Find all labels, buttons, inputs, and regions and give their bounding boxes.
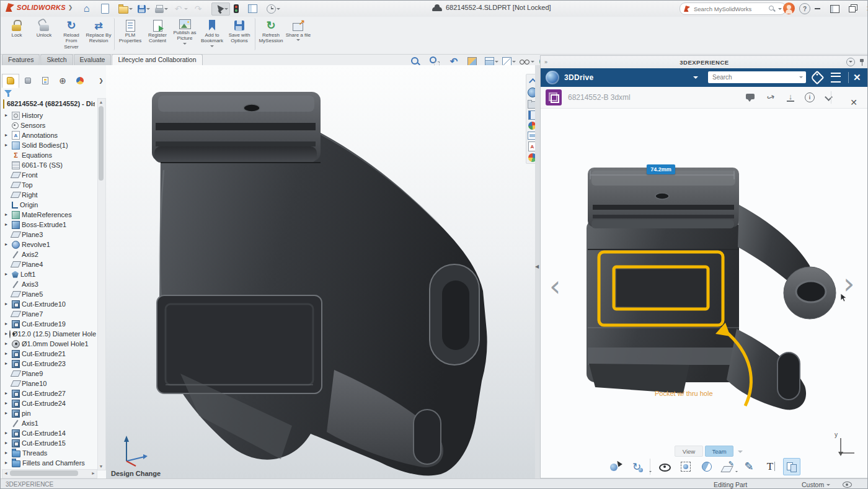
3dexperience-globe-icon[interactable] bbox=[546, 71, 559, 84]
menu-expand-icon[interactable]: ❯ bbox=[68, 4, 73, 11]
3d-part-model[interactable] bbox=[106, 65, 535, 478]
play-tool-button[interactable] bbox=[720, 459, 736, 475]
tree-filter[interactable] bbox=[4, 89, 13, 98]
ribbon-button[interactable]: Publish as Picture bbox=[171, 18, 198, 48]
tree-item[interactable]: Cut-Extrude10 bbox=[2, 299, 96, 309]
scroll-down-icon[interactable] bbox=[98, 463, 104, 470]
panel-pin-icon[interactable] bbox=[858, 58, 866, 66]
dropdown-caret-icon[interactable] bbox=[210, 45, 214, 49]
quick-tool-button[interactable] bbox=[232, 4, 244, 14]
panel-splitter[interactable] bbox=[535, 65, 540, 478]
tree-item[interactable]: Plane7 bbox=[2, 309, 96, 319]
dropdown-caret-icon[interactable] bbox=[649, 471, 652, 473]
ribbon-button[interactable]: Save with Options bbox=[226, 18, 255, 50]
tree-item[interactable]: Ø1.0mm Dowel Hole1 bbox=[2, 339, 96, 349]
expand-arrow-icon[interactable] bbox=[5, 133, 10, 138]
tree-item[interactable]: Cut-Extrude24 bbox=[2, 398, 96, 408]
app-switch-caret-icon[interactable] bbox=[693, 76, 698, 81]
configuration-selector[interactable]: Custom bbox=[802, 481, 830, 488]
tree-item[interactable]: Plane9 bbox=[2, 369, 96, 379]
mysolidworks-search[interactable] bbox=[680, 2, 786, 15]
play-tool-button[interactable] bbox=[608, 459, 624, 475]
tree-item[interactable]: Plane10 bbox=[2, 379, 96, 388]
tree-item[interactable]: Cut-Extrude21 bbox=[2, 349, 96, 359]
expand-arrow-icon[interactable] bbox=[5, 411, 10, 416]
quick-tool-button[interactable] bbox=[136, 4, 151, 14]
manager-tab[interactable] bbox=[71, 74, 89, 88]
quick-tool-button[interactable] bbox=[80, 3, 97, 15]
quick-tool-button[interactable] bbox=[100, 3, 115, 14]
3d-preview-model[interactable] bbox=[559, 150, 857, 423]
window-control-button[interactable] bbox=[829, 3, 840, 14]
tree-item[interactable]: Top bbox=[2, 180, 96, 190]
dropdown-caret-icon[interactable] bbox=[183, 43, 187, 47]
quick-tool-button[interactable] bbox=[154, 4, 169, 14]
dimension-badge[interactable]: 74.2mm bbox=[647, 164, 675, 174]
close-app-icon[interactable] bbox=[853, 72, 861, 83]
play-tool-button[interactable] bbox=[657, 459, 673, 475]
ribbon-button[interactable]: Unlock bbox=[30, 18, 58, 44]
menu-icon[interactable] bbox=[831, 73, 841, 83]
command-tab[interactable]: Evaluate bbox=[74, 54, 112, 65]
expand-arrow-icon[interactable] bbox=[5, 272, 10, 277]
scrollbar-thumb[interactable] bbox=[99, 106, 104, 181]
expand-arrow-icon[interactable] bbox=[5, 302, 10, 307]
manager-tab[interactable] bbox=[2, 74, 19, 88]
tree-item[interactable]: Plane4 bbox=[2, 259, 96, 269]
quick-tool-button[interactable] bbox=[172, 3, 189, 15]
ribbon-button[interactable]: PLM Properties bbox=[117, 18, 144, 50]
quick-tool-button[interactable] bbox=[117, 4, 134, 14]
quick-tool-button[interactable] bbox=[265, 4, 281, 14]
quick-tool-button[interactable] bbox=[192, 3, 209, 15]
tag-icon[interactable] bbox=[810, 71, 825, 85]
ribbon-button[interactable]: Register Content bbox=[144, 18, 171, 50]
command-tab[interactable]: Sketch bbox=[40, 54, 73, 65]
ribbon-button[interactable]: Replace By Revision bbox=[85, 18, 115, 50]
tree-item[interactable]: Plane3 bbox=[2, 230, 96, 240]
tree-horizontal-scrollbar[interactable] bbox=[2, 469, 97, 478]
manager-tab[interactable] bbox=[37, 74, 54, 88]
ribbon-button[interactable]: Lock bbox=[3, 18, 30, 44]
expand-arrow-icon[interactable] bbox=[5, 401, 10, 406]
tree-root-item[interactable]: 68214552-4 (68214552) - Display St bbox=[3, 99, 95, 109]
tree-item[interactable]: Axis3 bbox=[2, 279, 96, 289]
tree-item[interactable]: Sensors bbox=[2, 120, 96, 130]
dropdown-caret-icon[interactable] bbox=[129, 8, 133, 12]
window-control-button[interactable] bbox=[864, 3, 868, 14]
close-file-icon[interactable] bbox=[848, 97, 859, 108]
expand-arrow-icon[interactable] bbox=[5, 341, 10, 346]
tree-item[interactable]: Cut-Extrude23 bbox=[2, 359, 96, 369]
search-caret-icon[interactable] bbox=[778, 8, 782, 12]
expand-arrow-icon[interactable] bbox=[5, 351, 10, 356]
tree-item[interactable]: Boss-Extrude1 bbox=[2, 220, 96, 230]
dropdown-caret-icon[interactable] bbox=[296, 39, 300, 43]
window-control-button[interactable] bbox=[812, 3, 823, 14]
tree-item[interactable]: Axis2 bbox=[2, 249, 96, 259]
status-eye-icon[interactable] bbox=[843, 481, 852, 488]
play-tool-button[interactable] bbox=[741, 459, 757, 475]
scroll-left-icon[interactable] bbox=[2, 470, 9, 477]
dropdown-caret-icon[interactable] bbox=[164, 8, 168, 12]
tree-item[interactable]: Equations bbox=[2, 150, 96, 160]
file-action-icon[interactable] bbox=[805, 92, 815, 102]
tree-vertical-scrollbar[interactable] bbox=[97, 98, 106, 470]
tree-item[interactable]: Cut-Extrude14 bbox=[2, 428, 96, 438]
panel-options-icon[interactable] bbox=[846, 58, 855, 66]
scroll-right-icon[interactable] bbox=[90, 470, 97, 477]
tree-item[interactable]: Loft1 bbox=[2, 269, 96, 279]
dropdown-caret-icon[interactable] bbox=[224, 8, 228, 12]
expand-arrow-icon[interactable] bbox=[5, 331, 7, 336]
tree-item[interactable]: Origin bbox=[2, 200, 96, 210]
mode-button[interactable]: Team bbox=[705, 446, 733, 457]
tree-item[interactable]: pin bbox=[2, 408, 96, 418]
search-icon[interactable] bbox=[769, 6, 776, 12]
ribbon-button[interactable]: Share a file bbox=[285, 18, 312, 44]
quick-tool-button[interactable] bbox=[211, 2, 230, 16]
quick-tool-button[interactable] bbox=[247, 4, 263, 14]
expand-arrow-icon[interactable] bbox=[5, 431, 10, 436]
help-icon[interactable]: ? bbox=[799, 3, 810, 14]
dropdown-caret-icon[interactable] bbox=[735, 471, 738, 473]
tree-item[interactable]: Solid Bodies(1) bbox=[2, 140, 96, 150]
file-action-icon[interactable] bbox=[745, 92, 756, 103]
user-avatar[interactable] bbox=[783, 2, 795, 14]
